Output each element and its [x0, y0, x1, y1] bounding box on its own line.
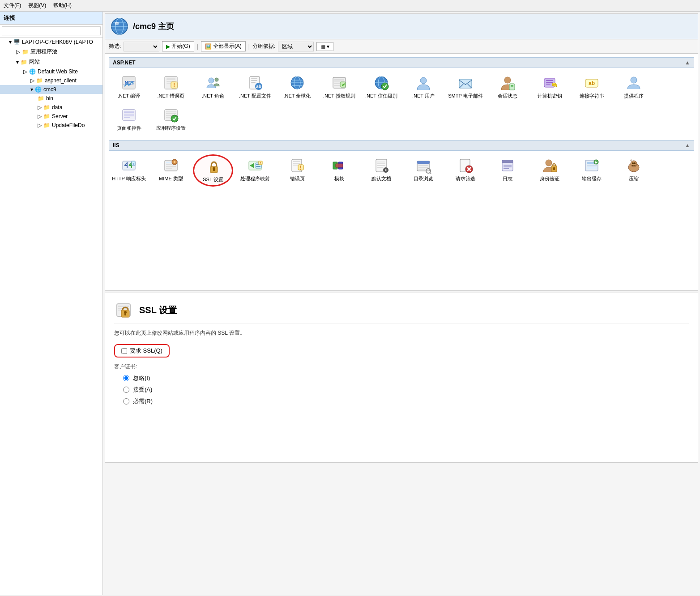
- mime-type-icon: [163, 158, 179, 174]
- net-trust-icon-item[interactable]: .NET 信任级别: [361, 72, 401, 102]
- menu-file[interactable]: 文件(F): [4, 2, 21, 9]
- session-icon-item[interactable]: 会话状态: [487, 72, 528, 102]
- sidebar-search-input[interactable]: [2, 26, 101, 35]
- error-page-icon-item[interactable]: ! 错误页: [277, 154, 317, 187]
- net-role-label: .NET 角色: [202, 93, 224, 99]
- ssl-radio-require-label[interactable]: 必需(R): [133, 397, 153, 405]
- compress-icon-item[interactable]: 压缩: [614, 154, 654, 187]
- tree-item-sites[interactable]: ▾ 📁 网站: [0, 57, 102, 67]
- svg-rect-96: [336, 164, 343, 167]
- tree-item-aspnet[interactable]: ▷ 📁 aspnet_client: [0, 76, 102, 85]
- ssl-cert-section: 客户证书: 忽略(I) 接受(A) 必需(R): [114, 363, 689, 405]
- app-settings-label: 应用程序设置: [156, 125, 186, 131]
- expand-icon: ▷: [16, 49, 20, 55]
- tree-item-server[interactable]: ▷ 📁 Server: [0, 112, 102, 121]
- svg-rect-99: [377, 163, 385, 164]
- default-doc-label: 默认文档: [371, 175, 391, 182]
- net-compile-icon-item[interactable]: .NET .NET 编译: [109, 72, 149, 102]
- http-header-icon-item[interactable]: T HTTP 响应标头: [109, 154, 149, 187]
- tree-item-default-site[interactable]: ▷ 🌐 Default Web Site: [0, 67, 102, 76]
- output-cache-icon-item[interactable]: ▶ 输出缓存: [572, 154, 612, 187]
- ssl-description: 您可以在此页上修改网站或应用程序内容的 SSL 设置。: [114, 329, 689, 337]
- request-filter-icon: [457, 158, 474, 174]
- svg-rect-57: [123, 110, 135, 120]
- tree-item-laptop[interactable]: ▾ 🖥️ LAPTOP-C7EHK08V (LAPTO: [0, 38, 102, 47]
- svg-rect-60: [124, 115, 134, 116]
- show-all-button[interactable]: 🖼️ 全部显示(A): [201, 41, 246, 51]
- http-header-icon: T: [121, 158, 137, 174]
- svg-text:!: !: [173, 82, 175, 88]
- iis-icons-grid: T HTTP 响应标头: [109, 154, 694, 187]
- svg-text:T: T: [132, 162, 135, 166]
- app-settings-icon-item[interactable]: 应用程序设置: [151, 104, 191, 134]
- tree-item-bin[interactable]: 📁 bin: [0, 94, 102, 103]
- session-icon: [499, 75, 516, 91]
- folder-icon: 📁: [43, 104, 50, 111]
- net-errors-icon-item[interactable]: ! .NET 错误页: [151, 72, 191, 102]
- ssl-panel-title: SSL 设置: [139, 304, 177, 316]
- net-global-icon-item[interactable]: .NET 全球化: [277, 72, 317, 102]
- groupby-select[interactable]: 区域: [278, 42, 314, 51]
- tree-item-updatefile[interactable]: ▷ 📁 UpdateFileDo: [0, 121, 102, 130]
- menu-bar: 文件(F) 视图(V) 帮助(H): [0, 0, 700, 12]
- ssl-radio-ignore-label[interactable]: 忽略(I): [133, 374, 150, 382]
- require-ssl-checkbox[interactable]: [121, 348, 127, 354]
- machine-key-icon-item[interactable]: 计算机密钥: [529, 72, 570, 102]
- groupby-label: 分组依据:: [252, 43, 275, 50]
- ssl-radio-require-input[interactable]: [123, 398, 129, 404]
- svg-rect-118: [504, 168, 509, 169]
- handler-mapping-icon-item[interactable]: ! 处理程序映射: [235, 154, 275, 187]
- require-ssl-label[interactable]: 要求 SSL(Q): [130, 347, 162, 355]
- modules-icon-item[interactable]: 模块: [319, 154, 359, 187]
- smtp-icon-item[interactable]: SMTP 电子邮件: [445, 72, 486, 102]
- logging-icon: [499, 158, 516, 174]
- logging-icon-item[interactable]: 日志: [487, 154, 528, 187]
- net-auth-icon-item[interactable]: .NET 授权规则: [319, 72, 359, 102]
- ssl-settings-icon-item[interactable]: SSL 设置: [193, 154, 233, 187]
- menu-view[interactable]: 视图(V): [28, 2, 46, 9]
- filter-select[interactable]: [124, 42, 159, 51]
- provider-icon-item[interactable]: 提供程序: [614, 72, 654, 102]
- toolbar: 筛选: ▶ 开始(G) | 🖼️ 全部显示(A) | 分组依据: 区域: [105, 39, 698, 54]
- expand-icon: ▷: [38, 122, 42, 128]
- mime-type-icon-item[interactable]: MIME 类型: [151, 154, 191, 187]
- view-button[interactable]: ▦ ▾: [316, 42, 333, 51]
- computer-icon: 🖥️: [13, 39, 20, 45]
- ssl-radio-accept-label[interactable]: 接受(A): [133, 386, 152, 394]
- panel-header: /cmc9 主页: [105, 14, 698, 39]
- net-trust-label: .NET 信任级别: [365, 93, 397, 99]
- aspnet-collapse-button[interactable]: ▲: [685, 60, 690, 66]
- start-button[interactable]: ▶ 开始(G): [162, 41, 194, 51]
- conn-string-icon-item[interactable]: ab 连接字符串: [572, 72, 612, 102]
- ssl-panel-icon: [114, 300, 134, 320]
- auth-icon-item[interactable]: 身份验证: [529, 154, 570, 187]
- net-user-icon-item[interactable]: .NET 用户: [403, 72, 444, 102]
- tree-item-apppool[interactable]: ▷ 📁 应用程序池: [0, 47, 102, 57]
- folder-icon: 📁: [38, 95, 44, 102]
- ssl-radio-accept-input[interactable]: [123, 387, 129, 393]
- svg-text:!: !: [300, 165, 302, 171]
- svg-rect-58: [124, 111, 134, 113]
- bottom-panel: SSL 设置 您可以在此页上修改网站或应用程序内容的 SSL 设置。 要求 SS…: [105, 293, 698, 463]
- compress-label: 压缩: [629, 175, 639, 182]
- default-doc-icon-item[interactable]: 默认文档: [361, 154, 401, 187]
- tree-item-data[interactable]: ▷ 📁 data: [0, 103, 102, 112]
- sidebar-header: 连接: [0, 12, 102, 25]
- tree-label-server: Server: [52, 113, 68, 119]
- panel-title: /cmc9 主页: [133, 21, 174, 32]
- output-cache-icon: ▶: [584, 158, 600, 174]
- ssl-radio-accept: 接受(A): [123, 386, 689, 394]
- ssl-radio-ignore-input[interactable]: [123, 375, 129, 381]
- svg-point-138: [124, 311, 127, 314]
- net-role-icon-item[interactable]: .NET 角色: [193, 72, 233, 102]
- menu-help[interactable]: 帮助(H): [53, 2, 72, 9]
- svg-rect-91: [293, 165, 298, 166]
- dir-browse-icon-item[interactable]: 目录浏览: [403, 154, 444, 187]
- svg-rect-51: [553, 85, 557, 86]
- iis-collapse-button[interactable]: ▲: [685, 142, 690, 149]
- tree-item-cmc9[interactable]: ▾ 🌐 cmc9: [0, 85, 102, 94]
- net-config-icon-item[interactable]: ab .NET 配置文件: [235, 72, 275, 102]
- request-filter-icon-item[interactable]: 请求筛选: [445, 154, 486, 187]
- icons-scroll-area: ASP.NET ▲ .NET .NET 编译: [105, 54, 698, 290]
- page-control-icon-item[interactable]: 页面和控件: [109, 104, 149, 134]
